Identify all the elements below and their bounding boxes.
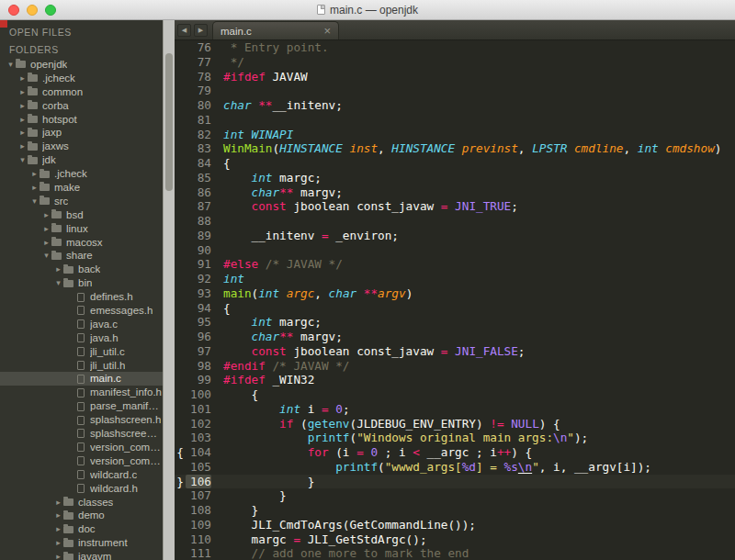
- tree-item-demo[interactable]: ▸demo: [0, 509, 163, 522]
- tree-item-version_comp.h[interactable]: version_comp.h: [0, 454, 163, 468]
- tree-item-java.h[interactable]: java.h: [0, 331, 163, 345]
- chevron-right-icon[interactable]: ▸: [53, 550, 63, 560]
- tree-item-wildcard.h[interactable]: wildcard.h: [0, 482, 163, 496]
- chevron-right-icon[interactable]: ▸: [53, 536, 63, 550]
- sidebar-scrollbar[interactable]: [163, 20, 175, 560]
- code-line-104[interactable]: {104 for (i = 0 ; i < __argc ; i++) {: [175, 445, 735, 460]
- code-line-79[interactable]: 79: [175, 84, 735, 98]
- nav-forward-button[interactable]: ▶: [194, 24, 208, 37]
- tree-item-defines.h[interactable]: defines.h: [0, 290, 163, 304]
- chevron-right-icon[interactable]: ▸: [17, 72, 28, 85]
- tree-item-hotspot[interactable]: ▸hotspot: [0, 113, 163, 127]
- code-line-98[interactable]: 98#endif /* JAVAW */: [175, 359, 735, 374]
- tree-item-main.c[interactable]: main.c: [0, 372, 163, 386]
- chevron-down-icon[interactable]: ▾: [53, 276, 63, 290]
- tree-item-parse_manifest.c[interactable]: parse_manifest.c: [0, 399, 163, 413]
- code-line-102[interactable]: 102 if (getenv(JLDEBUG_ENV_ENTRY) != NUL…: [175, 417, 735, 431]
- tree-item-bsd[interactable]: ▸bsd: [0, 208, 163, 222]
- chevron-right-icon[interactable]: ▸: [41, 208, 51, 222]
- code-line-110[interactable]: 110 margc = JLI_GetStdArgc();: [175, 532, 735, 547]
- code-line-96[interactable]: 96 char** margv;: [175, 330, 735, 344]
- tree-item-share[interactable]: ▾share: [0, 249, 163, 263]
- chevron-right-icon[interactable]: ▸: [17, 113, 28, 127]
- tree-item-.jcheck[interactable]: ▸.jcheck: [0, 167, 163, 181]
- chevron-right-icon[interactable]: ▸: [17, 99, 28, 113]
- code-line-111[interactable]: 111 // add one more to mark the end: [175, 546, 735, 560]
- tab-close-icon[interactable]: ×: [323, 25, 331, 37]
- chevron-right-icon[interactable]: ▸: [17, 140, 28, 153]
- chevron-right-icon[interactable]: ▸: [41, 236, 51, 250]
- tree-item-javavm[interactable]: ▸javavm: [0, 550, 163, 560]
- tree-item-macosx[interactable]: ▸macosx: [0, 236, 163, 250]
- chevron-right-icon[interactable]: ▸: [53, 522, 63, 536]
- tree-item-version_comp.c[interactable]: version_comp.c: [0, 441, 163, 454]
- code-line-89[interactable]: 89 __initenv = _environ;: [175, 229, 735, 243]
- code-line-109[interactable]: 109 JLI_CmdToArgs(GetCommandLine());: [175, 518, 735, 532]
- code-line-78[interactable]: 78#ifdef JAVAW: [175, 70, 735, 84]
- tree-item-doc[interactable]: ▸doc: [0, 522, 163, 536]
- tree-item-jdk[interactable]: ▾jdk: [0, 153, 163, 167]
- chevron-down-icon[interactable]: ▾: [41, 249, 51, 263]
- tab-main-c[interactable]: main.c ×: [212, 21, 339, 39]
- code-line-93[interactable]: 93main(int argc, char **argv): [175, 286, 735, 301]
- tree-item-classes[interactable]: ▸classes: [0, 496, 163, 510]
- tree-item-back[interactable]: ▸back: [0, 263, 163, 276]
- nav-back-button[interactable]: ◀: [177, 24, 191, 37]
- chevron-right-icon[interactable]: ▸: [53, 509, 63, 522]
- code-line-95[interactable]: 95 int margc;: [175, 315, 735, 330]
- chevron-down-icon[interactable]: ▾: [17, 153, 28, 167]
- code-line-107[interactable]: 107 }: [175, 488, 735, 503]
- tree-item-instrument[interactable]: ▸instrument: [0, 536, 163, 550]
- code-line-97[interactable]: 97 const jboolean const_javaw = JNI_FALS…: [175, 344, 735, 359]
- code-line-76[interactable]: 76 * Entry point.: [175, 40, 735, 55]
- chevron-right-icon[interactable]: ▸: [29, 167, 40, 181]
- sidebar-scrollbar-thumb[interactable]: [165, 53, 173, 191]
- tree-item-bin[interactable]: ▾bin: [0, 276, 163, 290]
- code-line-82[interactable]: 82int WINAPI: [175, 128, 735, 142]
- tree-item-openjdk[interactable]: ▾openjdk: [0, 58, 163, 72]
- close-window-button[interactable]: [8, 5, 19, 16]
- tree-item-splashscreen_stubs.c[interactable]: splashscreen_stubs.c: [0, 427, 163, 441]
- code-line-99[interactable]: 99#ifdef _WIN32: [175, 373, 735, 387]
- code-line-106[interactable]: }106 }: [175, 475, 735, 489]
- code-line-86[interactable]: 86 char** margv;: [175, 185, 735, 200]
- chevron-right-icon[interactable]: ▸: [53, 496, 63, 510]
- code-line-90[interactable]: 90: [175, 243, 735, 258]
- chevron-down-icon[interactable]: ▾: [29, 195, 40, 208]
- tree-item-linux[interactable]: ▸linux: [0, 222, 163, 236]
- code-line-100[interactable]: 100 {: [175, 387, 735, 402]
- code-line-103[interactable]: 103 printf("Windows original main args:\…: [175, 431, 735, 445]
- chevron-right-icon[interactable]: ▸: [41, 222, 51, 236]
- tree-item-.jcheck[interactable]: ▸.jcheck: [0, 72, 163, 85]
- chevron-down-icon[interactable]: ▾: [6, 58, 16, 72]
- tree-item-jli_util.c[interactable]: jli_util.c: [0, 345, 163, 359]
- chevron-right-icon[interactable]: ▸: [53, 263, 63, 276]
- tree-item-jli_util.h[interactable]: jli_util.h: [0, 359, 163, 373]
- code-line-83[interactable]: 83WinMain(HINSTANCE inst, HINSTANCE prev…: [175, 141, 735, 156]
- code-line-88[interactable]: 88: [175, 214, 735, 229]
- code-line-85[interactable]: 85 int margc;: [175, 171, 735, 185]
- chevron-right-icon[interactable]: ▸: [17, 126, 28, 140]
- tree-item-splashscreen.h[interactable]: splashscreen.h: [0, 413, 163, 427]
- code-line-92[interactable]: 92int: [175, 272, 735, 286]
- code-line-91[interactable]: 91#else /* JAVAW */: [175, 257, 735, 272]
- code-line-80[interactable]: 80char **__initenv;: [175, 98, 735, 113]
- code-line-101[interactable]: 101 int i = 0;: [175, 402, 735, 417]
- code-line-81[interactable]: 81: [175, 113, 735, 128]
- code-line-87[interactable]: 87 const jboolean const_javaw = JNI_TRUE…: [175, 199, 735, 214]
- tree-item-jaxws[interactable]: ▸jaxws: [0, 140, 163, 153]
- chevron-right-icon[interactable]: ▸: [17, 85, 28, 99]
- code-line-105[interactable]: 105 printf("wwwd_args[%d] = %s\n", i, __…: [175, 460, 735, 475]
- tree-item-corba[interactable]: ▸corba: [0, 99, 163, 113]
- tree-item-wildcard.c[interactable]: wildcard.c: [0, 468, 163, 482]
- tree-item-jaxp[interactable]: ▸jaxp: [0, 126, 163, 140]
- tree-item-make[interactable]: ▸make: [0, 181, 163, 195]
- chevron-right-icon[interactable]: ▸: [29, 181, 40, 195]
- tree-item-java.c[interactable]: java.c: [0, 318, 163, 331]
- minimize-window-button[interactable]: [27, 5, 38, 16]
- maximize-window-button[interactable]: [45, 5, 56, 16]
- code-line-77[interactable]: 77 */: [175, 55, 735, 70]
- tree-item-common[interactable]: ▸common: [0, 85, 163, 99]
- code-line-108[interactable]: 108 }: [175, 503, 735, 518]
- code-line-94[interactable]: 94{: [175, 301, 735, 316]
